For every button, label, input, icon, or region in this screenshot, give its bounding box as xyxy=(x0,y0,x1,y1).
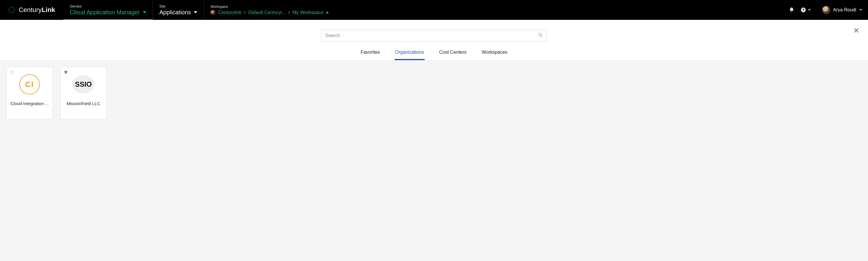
chevron-down-icon xyxy=(194,10,197,14)
chevron-right-icon xyxy=(244,10,246,15)
brand-name: CenturyLink xyxy=(19,6,55,14)
breadcrumb-workspace[interactable]: My Workspace xyxy=(292,10,329,15)
tab-favorites[interactable]: Favorites xyxy=(360,47,380,60)
user-menu[interactable]: Arya Roudi xyxy=(822,6,862,14)
notifications-button[interactable] xyxy=(789,7,795,13)
help-icon: ? xyxy=(800,7,806,13)
search-input[interactable] xyxy=(325,33,538,38)
scope-tabs: Favorites Organizations Cost Centers Wor… xyxy=(0,47,868,60)
organization-avatar: CI xyxy=(19,74,40,95)
chevron-right-icon xyxy=(288,10,290,15)
favorite-toggle[interactable] xyxy=(63,70,68,75)
tab-organizations[interactable]: Organizations xyxy=(395,47,425,60)
chevron-down-icon xyxy=(859,9,862,11)
nav-workspace-label: Workspace xyxy=(210,5,329,9)
centurylink-logo-icon xyxy=(8,6,16,14)
star-outline-icon xyxy=(10,70,14,74)
chevron-down-icon xyxy=(808,9,811,11)
initials-badge: CI xyxy=(19,74,40,95)
breadcrumb-cost-center[interactable]: Default Centuryl... xyxy=(248,10,286,15)
organization-avatar: SSIO xyxy=(72,74,94,95)
favorite-toggle[interactable] xyxy=(10,70,14,75)
svg-line-3 xyxy=(541,36,542,37)
close-icon xyxy=(854,28,859,33)
nav-workspace: Workspace Centurylink Default Centuryl..… xyxy=(204,0,335,20)
organizations-grid: CI Cloud Integration ... SSIO MissionFie… xyxy=(0,61,868,126)
organization-name: MissionField LLC xyxy=(66,101,100,106)
search-icon xyxy=(538,33,543,39)
user-name: Arya Roudi xyxy=(833,7,856,12)
topbar-actions: ? Arya Roudi xyxy=(789,0,862,20)
organization-name: Cloud Integration ... xyxy=(10,101,49,106)
organization-card[interactable]: CI Cloud Integration ... xyxy=(6,67,53,119)
bell-icon xyxy=(789,7,795,13)
svg-text:?: ? xyxy=(802,8,804,12)
brand[interactable]: CenturyLink xyxy=(8,0,63,20)
star-filled-icon xyxy=(63,70,68,74)
organization-logo: SSIO xyxy=(72,75,94,94)
tab-cost-centers[interactable]: Cost Centers xyxy=(439,47,467,60)
nav-site-label: Site xyxy=(159,4,197,8)
topbar: CenturyLink Service Cloud Application Ma… xyxy=(0,0,868,20)
workspace-switcher-panel: Favorites Organizations Cost Centers Wor… xyxy=(0,20,868,61)
organization-card[interactable]: SSIO MissionField LLC xyxy=(60,67,106,119)
breadcrumb-org[interactable]: Centurylink xyxy=(218,10,242,15)
nav-service[interactable]: Service Cloud Application Manager xyxy=(63,0,152,20)
nav-service-value[interactable]: Cloud Application Manager xyxy=(70,9,146,16)
help-menu[interactable]: ? xyxy=(800,7,811,13)
close-button[interactable] xyxy=(854,28,859,34)
breadcrumb: Centurylink Default Centuryl... My Works… xyxy=(210,10,329,15)
tab-workspaces[interactable]: Workspaces xyxy=(481,47,508,60)
nav-site[interactable]: Site Applications xyxy=(153,0,204,20)
chevron-up-icon xyxy=(326,10,329,15)
org-avatar-icon xyxy=(210,10,216,15)
nav-site-value[interactable]: Applications xyxy=(159,9,197,16)
nav-service-label: Service xyxy=(70,4,146,8)
svg-point-2 xyxy=(539,33,541,36)
search-box[interactable] xyxy=(321,30,547,41)
user-avatar-icon xyxy=(822,6,830,14)
chevron-down-icon xyxy=(143,10,146,14)
